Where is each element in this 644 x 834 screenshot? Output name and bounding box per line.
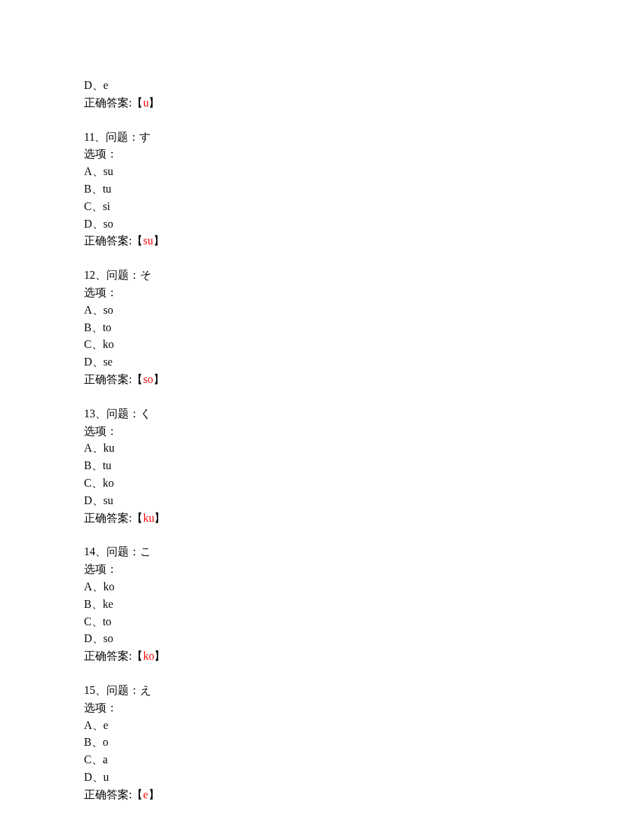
document-content: D、e 正确答案:【u】 11、问题：す选项：A、suB、tuC、siD、so正… (0, 0, 560, 803)
bracket-open: 【 (132, 512, 143, 524)
option-line: C、si (84, 198, 560, 216)
answer-value: ko (143, 650, 154, 662)
option-line: B、ke (84, 596, 560, 613)
bracket-close: 】 (154, 512, 165, 524)
option-line: B、tu (84, 457, 560, 475)
question-block: 11、问题：す选项：A、suB、tuC、siD、so正确答案:【su】 (84, 129, 560, 251)
option-line: A、su (84, 163, 560, 181)
option-line: D、e (84, 77, 560, 95)
option-line: D、u (84, 769, 560, 786)
bracket-close: 】 (153, 235, 164, 246)
answer-label: 正确答案: (84, 97, 132, 109)
bracket-open: 【 (132, 97, 143, 109)
question-line: 15、问题：え (84, 682, 560, 700)
answer-line: 正确答案:【ko】 (84, 648, 560, 665)
answer-label: 正确答案: (84, 235, 132, 246)
option-line: A、e (84, 717, 560, 735)
question-line: 11、问题：す (84, 129, 560, 146)
option-line: B、tu (84, 181, 560, 198)
options-label-line: 选项： (84, 146, 560, 163)
option-line: D、so (84, 216, 560, 233)
answer-line: 正确答案:【u】 (84, 95, 560, 112)
question-block: 13、问题：く选项：A、kuB、tuC、koD、su正确答案:【ku】 (84, 405, 560, 527)
bracket-open: 【 (132, 235, 143, 246)
option-line: C、ko (84, 336, 560, 354)
answer-line: 正确答案:【ku】 (84, 510, 560, 527)
option-line: C、a (84, 751, 560, 769)
option-line: D、so (84, 630, 560, 648)
answer-value: ku (143, 512, 154, 524)
options-label-line: 选项： (84, 561, 560, 578)
option-letter: D (84, 79, 92, 91)
answer-label: 正确答案: (84, 512, 132, 524)
options-label-line: 选项： (84, 423, 560, 440)
answer-value: su (143, 235, 153, 246)
bracket-open: 【 (132, 788, 143, 800)
answer-label: 正确答案: (84, 650, 132, 662)
option-value: e (104, 79, 108, 91)
question-line: 12、问题：そ (84, 267, 560, 284)
answer-value: so (143, 373, 153, 385)
option-line: B、o (84, 734, 560, 751)
option-line: D、su (84, 492, 560, 510)
answer-label: 正确答案: (84, 373, 132, 385)
option-line: C、ko (84, 475, 560, 492)
question-line: 14、问题：こ (84, 543, 560, 561)
question-block: 14、问题：こ选项：A、koB、keC、toD、so正确答案:【ko】 (84, 543, 560, 665)
answer-label: 正确答案: (84, 788, 132, 800)
option-line: A、ko (84, 578, 560, 596)
question-block: 12、问题：そ选项：A、soB、toC、koD、se正确答案:【so】 (84, 267, 560, 389)
option-line: D、se (84, 354, 560, 371)
option-line: B、to (84, 319, 560, 337)
bracket-close: 】 (154, 650, 165, 662)
question-line: 13、问题：く (84, 405, 560, 423)
answer-value: e (143, 788, 148, 800)
bracket-close: 】 (148, 788, 160, 800)
bracket-close: 】 (153, 373, 164, 385)
option-line: C、to (84, 613, 560, 631)
option-line: A、so (84, 302, 560, 319)
bracket-open: 【 (132, 650, 143, 662)
answer-line: 正确答案:【so】 (84, 371, 560, 389)
answer-line: 正确答案:【e】 (84, 786, 560, 804)
bracket-close: 】 (148, 97, 160, 109)
options-label-line: 选项： (84, 700, 560, 717)
answer-line: 正确答案:【su】 (84, 232, 560, 250)
bracket-open: 【 (132, 373, 143, 385)
question-block: 15、问题：え选项：A、eB、oC、aD、u正确答案:【e】 (84, 682, 560, 804)
options-label-line: 选项： (84, 284, 560, 302)
partial-question-block: D、e 正确答案:【u】 (84, 77, 560, 112)
option-line: A、ku (84, 440, 560, 457)
option-sep: 、 (92, 79, 104, 91)
